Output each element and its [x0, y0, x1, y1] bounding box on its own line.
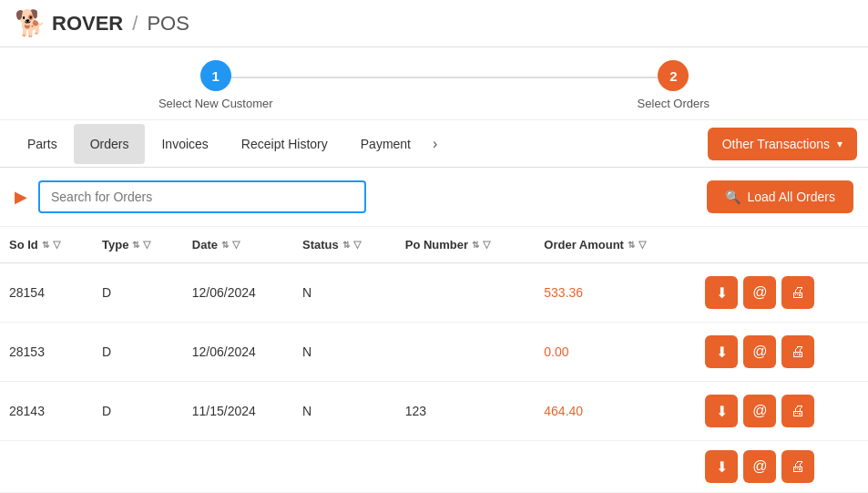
tabs-bar: Parts Orders Invoices Receipt History Pa…: [0, 120, 868, 168]
stepper: 1 Select New Customer 2 Select Orders: [0, 47, 868, 120]
cell-po-number: [396, 263, 536, 323]
cell-actions-partial: ⬇ @ 🖨: [696, 441, 868, 493]
tab-invoices[interactable]: Invoices: [145, 124, 224, 164]
status-sort-icon[interactable]: ⇅: [342, 240, 350, 250]
cell-po-partial: [396, 441, 536, 493]
logo-icon: 🐕: [15, 8, 46, 38]
col-date: Date ⇅ ▽: [183, 227, 293, 263]
tab-receipt-history[interactable]: Receipt History: [225, 124, 344, 164]
cell-actions: ⬇ @ 🖨: [696, 382, 868, 441]
print-button[interactable]: 🖨: [781, 276, 814, 309]
cell-actions: ⬇ @ 🖨: [696, 323, 868, 382]
download-button-partial[interactable]: ⬇: [705, 450, 738, 483]
so-id-filter-icon[interactable]: ▽: [53, 239, 60, 251]
action-buttons: ⬇ @ 🖨: [705, 335, 859, 368]
header: 🐕 ROVER / POS: [0, 0, 868, 47]
cell-amount-partial: [535, 441, 696, 493]
action-buttons-partial: ⬇ @ 🖨: [705, 450, 859, 483]
download-button[interactable]: ⬇: [705, 335, 738, 368]
email-button[interactable]: @: [743, 335, 776, 368]
email-button[interactable]: @: [743, 276, 776, 309]
download-button[interactable]: ⬇: [705, 395, 738, 427]
step-1-label: Select New Customer: [158, 97, 273, 110]
search-input[interactable]: [38, 180, 366, 213]
search-icon: 🔍: [725, 190, 740, 204]
cell-date: 11/15/2024: [183, 382, 293, 441]
other-transactions-label: Other Transactions: [722, 137, 830, 151]
email-button-partial[interactable]: @: [743, 450, 776, 483]
date-sort-icon[interactable]: ⇅: [221, 240, 229, 250]
print-button[interactable]: 🖨: [781, 335, 814, 368]
type-filter-icon[interactable]: ▽: [143, 239, 150, 251]
table-row: 28143 D 11/15/2024 N 123 464.40 ⬇ @ 🖨: [0, 382, 868, 441]
table-wrap: So Id ⇅ ▽ Type ⇅ ▽ Date ⇅: [0, 227, 868, 493]
tab-payment[interactable]: Payment: [344, 124, 427, 164]
table-row: 28154 D 12/06/2024 N 533.36 ⬇ @ 🖨: [0, 263, 868, 323]
search-input-wrap: [38, 180, 366, 213]
col-type: Type ⇅ ▽: [93, 227, 183, 263]
chevron-down-icon: ▾: [837, 138, 842, 150]
cell-status-partial: [293, 441, 396, 493]
cell-type: D: [93, 323, 183, 382]
logo-separator: /: [132, 12, 138, 36]
load-all-orders-button[interactable]: 🔍 Load All Orders: [707, 180, 854, 213]
cell-order-amount: 464.40: [535, 382, 696, 441]
tab-parts[interactable]: Parts: [11, 124, 74, 164]
col-so-id: So Id ⇅ ▽: [0, 227, 93, 263]
amount-filter-icon[interactable]: ▽: [638, 239, 646, 251]
type-sort-icon[interactable]: ⇅: [132, 240, 139, 250]
col-order-amount: Order Amount ⇅ ▽: [535, 227, 696, 263]
table-body: 28154 D 12/06/2024 N 533.36 ⬇ @ 🖨 28153 …: [0, 263, 868, 493]
tab-more-button[interactable]: ›: [427, 127, 443, 161]
cell-date-partial: [183, 441, 293, 493]
cell-so-id: 28153: [0, 323, 93, 382]
action-buttons: ⬇ @ 🖨: [705, 276, 859, 309]
step-1-circle: 1: [200, 60, 231, 91]
load-all-orders-label: Load All Orders: [748, 190, 836, 204]
search-bar: ▶ 🔍 Load All Orders: [0, 168, 868, 227]
so-id-sort-icon[interactable]: ⇅: [42, 240, 49, 250]
cell-type-partial: [93, 441, 183, 493]
cell-date: 12/06/2024: [183, 323, 293, 382]
table-row-partial: ⬇ @ 🖨: [0, 441, 868, 493]
po-sort-icon[interactable]: ⇅: [472, 240, 479, 250]
logo: 🐕 ROVER / POS: [15, 8, 189, 38]
cell-order-amount: 0.00: [535, 323, 696, 382]
cell-type: D: [93, 382, 183, 441]
orders-table: So Id ⇅ ▽ Type ⇅ ▽ Date ⇅: [0, 227, 868, 493]
cell-date: 12/06/2024: [183, 263, 293, 323]
tab-orders[interactable]: Orders: [74, 124, 146, 164]
cell-so-id: 28143: [0, 382, 93, 441]
email-button[interactable]: @: [743, 395, 776, 427]
action-buttons: ⬇ @ 🖨: [705, 395, 859, 427]
cell-so-id-partial: [0, 441, 93, 493]
cell-status: N: [293, 323, 396, 382]
logo-pos: POS: [147, 12, 189, 36]
download-button[interactable]: ⬇: [705, 276, 738, 309]
table-header: So Id ⇅ ▽ Type ⇅ ▽ Date ⇅: [0, 227, 868, 263]
cell-type: D: [93, 263, 183, 323]
print-button-partial[interactable]: 🖨: [781, 450, 814, 483]
tabs-right: Other Transactions ▾: [708, 128, 857, 160]
col-po-number: Po Number ⇅ ▽: [396, 227, 536, 263]
logo-text: ROVER: [52, 12, 123, 36]
cell-order-amount: 533.36: [535, 263, 696, 323]
cell-so-id: 28154: [0, 263, 93, 323]
date-filter-icon[interactable]: ▽: [232, 239, 240, 251]
col-status: Status ⇅ ▽: [293, 227, 396, 263]
step-2-circle: 2: [658, 60, 689, 91]
cell-po-number: [396, 323, 536, 382]
po-filter-icon[interactable]: ▽: [483, 239, 490, 251]
amount-sort-icon[interactable]: ⇅: [628, 240, 635, 250]
stepper-items: 1 Select New Customer 2 Select Orders: [158, 60, 710, 110]
play-icon[interactable]: ▶: [15, 187, 27, 207]
other-transactions-button[interactable]: Other Transactions ▾: [708, 128, 857, 160]
step-1: 1 Select New Customer: [158, 60, 273, 110]
step-2: 2 Select Orders: [638, 60, 710, 110]
table-row: 28153 D 12/06/2024 N 0.00 ⬇ @ 🖨: [0, 323, 868, 382]
cell-actions: ⬇ @ 🖨: [696, 263, 868, 323]
col-actions: [696, 227, 868, 263]
print-button[interactable]: 🖨: [781, 395, 814, 427]
status-filter-icon[interactable]: ▽: [353, 239, 361, 251]
step-2-label: Select Orders: [638, 97, 710, 110]
